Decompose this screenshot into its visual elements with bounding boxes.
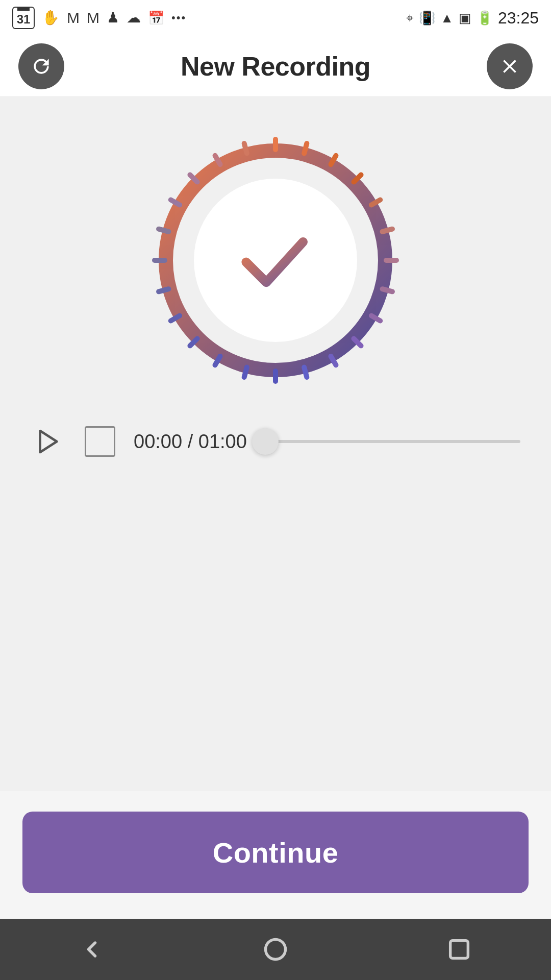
more-icon: ••• [171, 12, 186, 23]
status-bar: 31 ✋ M M ♟ ☁ 📅 ••• ⌖ 📳 ▲ ▣ 🔋 23:25 [0, 0, 551, 36]
wifi-icon: ▲ [440, 11, 454, 24]
seek-track [265, 440, 520, 443]
player-controls: 00:00 / 01:00 [0, 424, 551, 459]
back-nav-button[interactable] [66, 929, 117, 970]
signal-icon: ▣ [459, 11, 471, 24]
home-icon [262, 936, 289, 963]
main-content: 00:00 / 01:00 [0, 97, 551, 791]
header: New Recording [0, 36, 551, 97]
calendar-icon: 31 [12, 7, 35, 29]
svg-point-26 [266, 940, 286, 960]
reset-icon [30, 55, 53, 78]
svg-rect-7 [384, 258, 399, 263]
seek-bar[interactable] [265, 426, 520, 457]
bluetooth-icon: ⌖ [406, 11, 414, 24]
chess-icon: ♟ [107, 11, 119, 25]
close-icon [498, 55, 521, 78]
seek-thumb[interactable] [252, 428, 279, 455]
continue-section: Continue [0, 791, 551, 919]
vibrate-icon: 📳 [419, 11, 435, 24]
recents-icon [446, 936, 472, 963]
gesture-icon: ✋ [42, 11, 60, 25]
battery-icon: 🔋 [477, 11, 493, 24]
status-bar-left: 31 ✋ M M ♟ ☁ 📅 ••• [12, 7, 186, 29]
close-button[interactable] [487, 43, 533, 89]
play-button[interactable] [31, 424, 66, 459]
recording-status-circle [143, 128, 408, 393]
continue-button-label: Continue [213, 836, 339, 869]
svg-marker-25 [40, 431, 57, 452]
home-nav-button[interactable] [250, 929, 301, 970]
back-icon [79, 936, 105, 963]
reset-button[interactable] [18, 43, 64, 89]
inner-circle [194, 179, 357, 342]
status-time: 23:25 [498, 9, 539, 28]
checkmark-icon [230, 214, 321, 306]
svg-rect-13 [273, 369, 278, 384]
stop-button[interactable] [85, 426, 115, 457]
cloud-icon: ☁ [127, 11, 141, 25]
recents-nav-button[interactable] [434, 929, 485, 970]
status-bar-right: ⌖ 📳 ▲ ▣ 🔋 23:25 [406, 9, 539, 28]
continue-button[interactable]: Continue [22, 812, 529, 893]
svg-rect-1 [273, 137, 278, 152]
calendar-icon-2: 📅 [148, 11, 164, 24]
play-icon [34, 427, 63, 456]
mail-icon-2: M [87, 10, 99, 26]
page-title: New Recording [181, 51, 370, 82]
nav-bar [0, 919, 551, 980]
svg-rect-19 [152, 258, 167, 263]
svg-rect-27 [450, 941, 468, 959]
mail-icon-1: M [67, 10, 80, 26]
time-display: 00:00 / 01:00 [134, 431, 247, 453]
